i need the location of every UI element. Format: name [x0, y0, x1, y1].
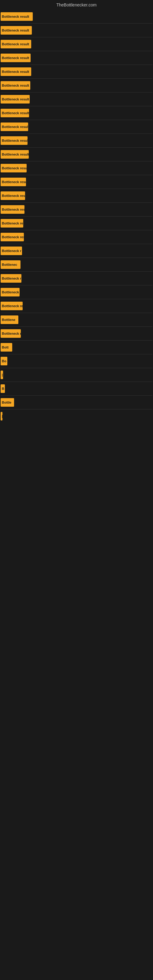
bar-label: Bottlenec	[2, 263, 17, 266]
bar-row: |	[0, 368, 153, 382]
bottleneck-bar: Bottleneck r	[1, 247, 22, 255]
bar-row: Bottle	[0, 396, 153, 409]
bottleneck-bar: Bottleneck r	[1, 329, 21, 338]
bar-label: Bottle	[2, 401, 11, 404]
bar-row: Bottleneck r	[0, 244, 153, 258]
bar-row: Bottleneck result	[0, 230, 153, 244]
bottleneck-bar: Bottleneck r	[1, 274, 21, 283]
bottleneck-bar: Bottleneck res	[1, 302, 22, 310]
bar-label: |	[2, 373, 3, 377]
bottleneck-bar: Bottleneck result	[1, 109, 29, 117]
bottleneck-bar: Bottleneck result	[1, 164, 27, 172]
bar-row: Bottleneck result	[0, 175, 153, 189]
bottleneck-bar: Bottleneck result	[1, 67, 31, 76]
bar-row: Bottleneck	[0, 285, 153, 299]
bar-label: Bottleneck result	[2, 166, 27, 170]
bar-row: Bottleneck result	[0, 79, 153, 92]
bottleneck-bar: Bottleneck result	[1, 191, 25, 200]
bar-row: Bottleneck r	[0, 272, 153, 285]
bottleneck-bar: Bottleneck result	[1, 233, 24, 241]
bar-row: Bottleneck result	[0, 37, 153, 51]
bar-label: Bottleneck result	[2, 139, 27, 142]
bar-row: Bottleneck result	[0, 51, 153, 65]
bar-label: Bottleneck result	[2, 208, 24, 211]
bar-row: Bo	[0, 354, 153, 368]
bar-row: B	[0, 382, 153, 395]
bar-label: |	[2, 414, 2, 418]
bar-label: Bottleneck result	[2, 125, 28, 129]
bottleneck-bar: B	[1, 384, 5, 393]
bar-row: Bottleneck result	[0, 92, 153, 106]
bottleneck-bar: Bottleneck result	[1, 26, 32, 35]
bar-row: |	[0, 409, 153, 423]
bar-label: Bo	[2, 359, 6, 363]
bar-label: Bottleneck result	[2, 153, 29, 156]
bar-label: Bottleneck r	[2, 249, 21, 253]
bottleneck-bar: Bottleneck result	[1, 205, 24, 214]
bar-label: Bottleneck r	[2, 277, 21, 280]
bar-row: Bottleneck result	[0, 203, 153, 216]
bar-label: Bottleneck result	[2, 56, 29, 60]
bottleneck-bar: Bottleneck	[1, 288, 19, 296]
bar-row: Bottleneck result	[0, 148, 153, 161]
bottleneck-bar: Bottleneck re	[1, 219, 23, 228]
bar-label: Bottleneck result	[2, 84, 29, 87]
bar-row: Bottleneck result	[0, 120, 153, 134]
bar-label: Bottleneck result	[2, 111, 29, 115]
bar-row: Bottleneck result	[0, 24, 153, 37]
bottleneck-bar: Bottlene	[1, 315, 18, 324]
bottleneck-bar: |	[1, 371, 3, 379]
bottleneck-bar: |	[1, 412, 2, 420]
bar-label: Bottleneck result	[2, 29, 29, 32]
bar-label: Bottleneck re	[2, 221, 23, 225]
bar-row: Bottleneck result	[0, 161, 153, 175]
bar-row: Bottleneck result	[0, 65, 153, 78]
bottleneck-bar: Bottle	[1, 398, 14, 407]
bar-label: Bottlene	[2, 318, 15, 321]
site-title: TheBottlenecker.com	[0, 0, 153, 10]
bar-label: Bottleneck result	[2, 42, 29, 46]
bar-label: Bottleneck result	[2, 235, 24, 239]
bar-row: Bottlene	[0, 313, 153, 326]
bar-row: Bottleneck r	[0, 327, 153, 340]
bottleneck-bar: Bo	[1, 357, 7, 365]
bar-row: Bottleneck res	[0, 299, 153, 313]
bottleneck-bar: Bottleneck result	[1, 136, 27, 145]
bottleneck-bar: Bottlenec	[1, 260, 21, 269]
bar-row: Bottleneck result	[0, 106, 153, 120]
bar-label: Bottleneck r	[2, 332, 21, 335]
bottleneck-bar: Bottleneck result	[1, 40, 31, 48]
bottleneck-bar: Bottleneck result	[1, 81, 30, 90]
bar-label: B	[2, 387, 4, 390]
bar-label: Bottleneck result	[2, 180, 26, 184]
bar-row: Bottleneck result	[0, 134, 153, 147]
bar-label: Bottleneck result	[2, 97, 29, 101]
bar-row: Bott	[0, 340, 153, 354]
bar-row: Bottlenec	[0, 258, 153, 271]
bar-label: Bottleneck result	[2, 194, 25, 197]
bottleneck-bar: Bottleneck result	[1, 178, 26, 186]
bottleneck-bar: Bott	[1, 343, 12, 352]
bar-label: Bottleneck	[2, 290, 19, 294]
bottleneck-bar: Bottleneck result	[1, 123, 28, 131]
bottleneck-bar: Bottleneck result	[1, 12, 33, 21]
bottleneck-bar: Bottleneck result	[1, 150, 29, 159]
bar-label: Bott	[2, 345, 9, 349]
bar-label: Bottleneck result	[2, 70, 29, 73]
bar-row: Bottleneck result	[0, 189, 153, 202]
bottleneck-bar: Bottleneck result	[1, 95, 30, 103]
bar-row: Bottleneck re	[0, 216, 153, 230]
bottleneck-bar: Bottleneck result	[1, 54, 30, 62]
bar-label: Bottleneck result	[2, 15, 29, 18]
bar-label: Bottleneck res	[2, 304, 22, 308]
bar-row: Bottleneck result	[0, 10, 153, 23]
